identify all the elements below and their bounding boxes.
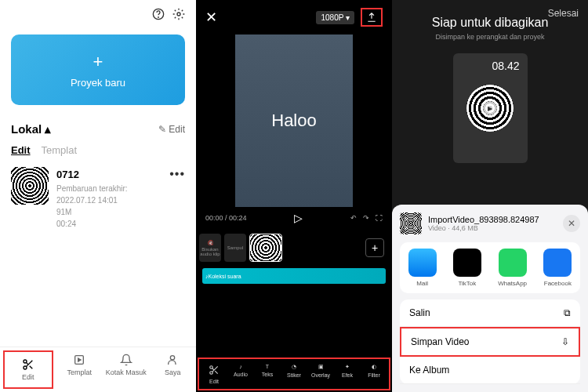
- text-overlay: Haloo: [271, 111, 316, 131]
- resolution-badge[interactable]: 1080P ▾: [316, 11, 354, 24]
- text-icon: T: [266, 364, 269, 369]
- done-button[interactable]: Selesai: [548, 8, 579, 19]
- app-facebook[interactable]: Facebook: [543, 249, 572, 287]
- action-album[interactable]: Ke Album: [400, 357, 580, 384]
- sheet-info: ImportVideo_893898.824987 Video · 44,6 M…: [428, 215, 557, 232]
- project-size: 91M: [56, 206, 162, 218]
- facebook-icon: [543, 249, 572, 277]
- tool-teks[interactable]: TTeks: [254, 364, 281, 384]
- user-icon: [166, 354, 179, 366]
- tool-edit[interactable]: Edit: [201, 364, 227, 384]
- nav-edit[interactable]: Edit: [3, 350, 53, 389]
- fullscreen-icon[interactable]: ⛶: [376, 214, 383, 222]
- redo-icon[interactable]: ↷: [363, 214, 369, 222]
- tiktok-icon: [453, 249, 481, 277]
- overlay-icon: ▣: [318, 364, 324, 370]
- tab-template[interactable]: Templat: [42, 144, 78, 156]
- new-project-button[interactable]: + Proyek baru: [11, 34, 185, 105]
- controls-right: ↶ ↷ ⛶: [350, 214, 383, 222]
- whatsapp-icon: [499, 249, 527, 277]
- close-icon[interactable]: ✕: [563, 215, 580, 232]
- add-clip-button[interactable]: +: [365, 238, 384, 257]
- svg-point-6: [171, 356, 175, 360]
- new-project-label: Proyek baru: [71, 77, 125, 89]
- tool-audio[interactable]: ♪Audio: [227, 364, 254, 384]
- nav-templat[interactable]: Templat: [56, 347, 103, 392]
- editor-panel: ✕ 1080P ▾ Haloo 00:00 / 00:24 ▷ ↶ ↷ ⛶ 🔇B…: [196, 0, 392, 392]
- tool-efek[interactable]: ✦Efek: [334, 364, 361, 384]
- music-icon: ♪: [239, 364, 242, 369]
- project-row[interactable]: 0712 Pembaruan terakhir: 2022.07.12 14:0…: [0, 164, 196, 233]
- svg-point-4: [24, 366, 27, 369]
- play-icon: ▶: [483, 101, 497, 115]
- sparkle-icon: ✦: [345, 364, 350, 370]
- progress-row: 00:00 / 00:24 ▷ ↶ ↷ ⛶: [196, 207, 392, 229]
- tabs: Edit Templat: [0, 141, 196, 164]
- export-button[interactable]: [361, 8, 383, 27]
- nav-inbox[interactable]: Kotak Masuk: [103, 347, 150, 392]
- timeline-row: 🔇Bisukan audio klip Sampul +: [196, 229, 392, 267]
- action-salin[interactable]: Salin⧉: [400, 299, 580, 327]
- close-icon[interactable]: ✕: [205, 9, 217, 26]
- sheet-filename: ImportVideo_893898.824987: [428, 215, 557, 224]
- project-duration: 00:24: [56, 218, 162, 230]
- local-heading[interactable]: Lokal ▴: [11, 122, 51, 136]
- sticker-icon: ◔: [292, 364, 296, 370]
- toolbar: Edit ♪Audio TTeks ◔Stiker ▣Overlay ✦Efek…: [198, 358, 390, 390]
- copy-icon: ⧉: [564, 307, 571, 318]
- project-title: 0712: [56, 167, 162, 183]
- help-icon[interactable]: [152, 8, 165, 20]
- settings-icon[interactable]: [172, 8, 185, 20]
- editor-header: ✕ 1080P ▾: [196, 0, 392, 34]
- share-header: Siap untuk dibagikan Disimpan ke perangk…: [392, 0, 588, 176]
- plus-icon: +: [93, 52, 103, 72]
- bottom-nav: Edit Templat Kotak Masuk Saya: [0, 347, 196, 392]
- share-preview[interactable]: 08.42 ▶: [453, 53, 528, 163]
- project-info: 0712 Pembaruan terakhir: 2022.07.12 14:0…: [56, 167, 162, 230]
- project-thumbnail: [11, 167, 49, 205]
- sheet-filemeta: Video · 44,6 MB: [428, 224, 557, 232]
- upload-icon: [366, 12, 377, 23]
- mute-button[interactable]: 🔇Bisukan audio klip: [199, 234, 221, 262]
- timeline-clip[interactable]: [249, 234, 282, 262]
- app-whatsapp[interactable]: WhatsApp: [498, 249, 527, 287]
- preview-thumb: ▶: [466, 85, 514, 132]
- tool-overlay[interactable]: ▣Overlay: [307, 364, 334, 384]
- audio-track[interactable]: ♪ Koleksi suara: [202, 268, 386, 284]
- time-current: 00:00 / 00:24: [205, 214, 247, 222]
- cover-button[interactable]: Sampul: [224, 234, 246, 262]
- action-list: Salin⧉ Simpan Video⇩ Ke Album: [400, 299, 580, 384]
- svg-point-3: [24, 360, 27, 363]
- share-panel: Selesai Siap untuk dibagikan Disimpan ke…: [392, 0, 588, 392]
- edit-link[interactable]: ✎ Edit: [158, 124, 185, 135]
- download-icon: ⇩: [561, 336, 569, 347]
- share-apps: Mail TikTok WhatsApp Facebook: [400, 242, 580, 293]
- action-simpan[interactable]: Simpan Video⇩: [400, 327, 580, 357]
- video-preview[interactable]: Haloo: [235, 34, 353, 207]
- preview-time: 08.42: [492, 60, 519, 72]
- nav-me[interactable]: Saya: [150, 347, 197, 392]
- tool-stiker[interactable]: ◔Stiker: [281, 364, 307, 384]
- share-sheet: ImportVideo_893898.824987 Video · 44,6 M…: [392, 205, 588, 392]
- undo-icon[interactable]: ↶: [350, 214, 357, 222]
- tool-filter[interactable]: ◐Filter: [361, 364, 387, 384]
- mail-icon: [408, 249, 437, 277]
- share-subtitle: Disimpan ke perangkat dan proyek: [400, 33, 580, 41]
- svg-point-1: [158, 17, 159, 18]
- app-tiktok[interactable]: TikTok: [453, 249, 481, 287]
- svg-point-2: [177, 13, 180, 16]
- header: [0, 0, 196, 28]
- scissors-icon: [22, 358, 34, 371]
- filter-icon: ◐: [372, 364, 376, 370]
- sheet-header: ImportVideo_893898.824987 Video · 44,6 M…: [400, 212, 580, 242]
- play-icon[interactable]: ▷: [294, 212, 303, 224]
- project-updated: Pembaruan terakhir: 2022.07.12 14:01: [56, 183, 162, 206]
- local-row: Lokal ▴ ✎ Edit: [0, 111, 196, 141]
- app-mail[interactable]: Mail: [408, 249, 437, 287]
- bell-icon: [120, 354, 132, 366]
- sheet-thumb: [400, 212, 422, 234]
- template-icon: [73, 354, 85, 366]
- home-panel: + Proyek baru Lokal ▴ ✎ Edit Edit Templa…: [0, 0, 196, 392]
- tab-edit[interactable]: Edit: [11, 144, 31, 156]
- more-icon[interactable]: •••: [169, 167, 185, 181]
